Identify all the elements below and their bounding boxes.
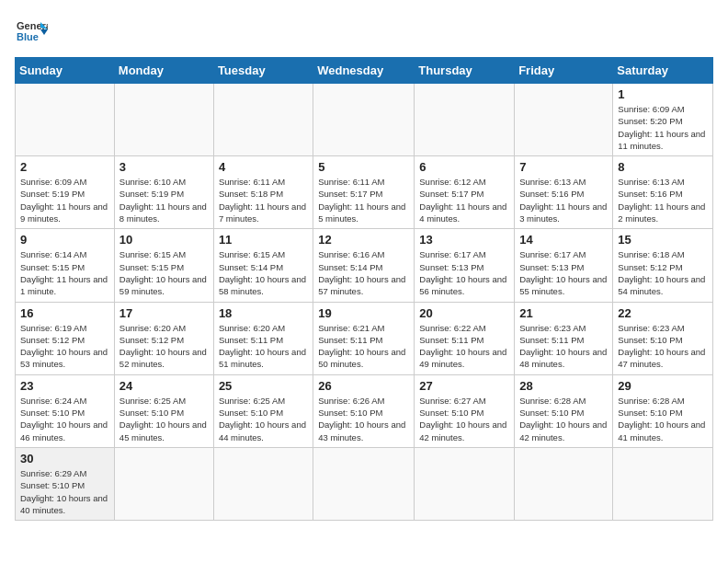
calendar-cell: 7Sunrise: 6:13 AM Sunset: 5:16 PM Daylig… bbox=[515, 156, 613, 229]
calendar-cell: 3Sunrise: 6:10 AM Sunset: 5:19 PM Daylig… bbox=[114, 156, 213, 229]
day-number: 29 bbox=[618, 379, 708, 393]
calendar-cell: 12Sunrise: 6:16 AM Sunset: 5:14 PM Dayli… bbox=[313, 229, 415, 302]
day-info: Sunrise: 6:27 AM Sunset: 5:10 PM Dayligh… bbox=[419, 395, 509, 443]
day-number: 21 bbox=[519, 306, 608, 320]
calendar-cell: 24Sunrise: 6:25 AM Sunset: 5:10 PM Dayli… bbox=[114, 374, 213, 447]
calendar-cell: 4Sunrise: 6:11 AM Sunset: 5:18 PM Daylig… bbox=[213, 156, 313, 229]
calendar-cell bbox=[313, 447, 415, 520]
day-info: Sunrise: 6:25 AM Sunset: 5:10 PM Dayligh… bbox=[119, 395, 209, 443]
day-number: 22 bbox=[618, 306, 708, 320]
day-number: 15 bbox=[618, 233, 708, 247]
header-friday: Friday bbox=[515, 58, 613, 84]
calendar-cell bbox=[313, 84, 415, 156]
calendar-cell: 27Sunrise: 6:27 AM Sunset: 5:10 PM Dayli… bbox=[415, 374, 515, 447]
calendar-cell: 2Sunrise: 6:09 AM Sunset: 5:19 PM Daylig… bbox=[16, 156, 115, 229]
day-number: 1 bbox=[618, 87, 708, 101]
calendar-cell bbox=[613, 447, 713, 520]
day-info: Sunrise: 6:14 AM Sunset: 5:15 PM Dayligh… bbox=[20, 248, 109, 297]
day-info: Sunrise: 6:09 AM Sunset: 5:20 PM Dayligh… bbox=[618, 103, 708, 152]
day-info: Sunrise: 6:15 AM Sunset: 5:14 PM Dayligh… bbox=[219, 248, 308, 297]
day-number: 26 bbox=[318, 379, 409, 393]
calendar-week-2: 9Sunrise: 6:14 AM Sunset: 5:15 PM Daylig… bbox=[16, 229, 713, 302]
day-info: Sunrise: 6:15 AM Sunset: 5:15 PM Dayligh… bbox=[119, 248, 209, 297]
calendar-cell bbox=[213, 447, 313, 520]
calendar-table: SundayMondayTuesdayWednesdayThursdayFrid… bbox=[15, 57, 713, 521]
calendar-cell: 8Sunrise: 6:13 AM Sunset: 5:16 PM Daylig… bbox=[613, 156, 713, 229]
header-monday: Monday bbox=[114, 58, 213, 84]
calendar-cell: 28Sunrise: 6:28 AM Sunset: 5:10 PM Dayli… bbox=[515, 374, 613, 447]
calendar-cell: 22Sunrise: 6:23 AM Sunset: 5:10 PM Dayli… bbox=[613, 302, 713, 374]
day-number: 17 bbox=[119, 306, 209, 320]
header-saturday: Saturday bbox=[613, 58, 713, 84]
calendar-cell: 19Sunrise: 6:21 AM Sunset: 5:11 PM Dayli… bbox=[313, 302, 415, 374]
day-info: Sunrise: 6:16 AM Sunset: 5:14 PM Dayligh… bbox=[318, 248, 409, 297]
day-info: Sunrise: 6:23 AM Sunset: 5:10 PM Dayligh… bbox=[618, 322, 708, 371]
calendar-cell bbox=[114, 447, 213, 520]
day-info: Sunrise: 6:22 AM Sunset: 5:11 PM Dayligh… bbox=[419, 322, 509, 371]
calendar-cell: 18Sunrise: 6:20 AM Sunset: 5:11 PM Dayli… bbox=[213, 302, 313, 374]
calendar-cell: 1Sunrise: 6:09 AM Sunset: 5:20 PM Daylig… bbox=[613, 84, 713, 156]
header-sunday: Sunday bbox=[16, 58, 115, 84]
calendar-cell: 14Sunrise: 6:17 AM Sunset: 5:13 PM Dayli… bbox=[515, 229, 613, 302]
calendar-cell: 11Sunrise: 6:15 AM Sunset: 5:14 PM Dayli… bbox=[213, 229, 313, 302]
day-info: Sunrise: 6:28 AM Sunset: 5:10 PM Dayligh… bbox=[519, 395, 608, 443]
header-tuesday: Tuesday bbox=[213, 58, 313, 84]
logo: General Blue bbox=[15, 15, 48, 48]
day-info: Sunrise: 6:20 AM Sunset: 5:11 PM Dayligh… bbox=[219, 322, 308, 371]
calendar-cell bbox=[415, 84, 515, 156]
day-info: Sunrise: 6:13 AM Sunset: 5:16 PM Dayligh… bbox=[618, 176, 708, 224]
day-number: 28 bbox=[519, 379, 608, 393]
calendar-week-0: 1Sunrise: 6:09 AM Sunset: 5:20 PM Daylig… bbox=[16, 84, 713, 156]
day-number: 7 bbox=[519, 160, 608, 174]
calendar-cell: 15Sunrise: 6:18 AM Sunset: 5:12 PM Dayli… bbox=[613, 229, 713, 302]
header-wednesday: Wednesday bbox=[313, 58, 415, 84]
day-number: 5 bbox=[318, 160, 409, 174]
calendar-cell: 29Sunrise: 6:28 AM Sunset: 5:10 PM Dayli… bbox=[613, 374, 713, 447]
calendar-cell: 23Sunrise: 6:24 AM Sunset: 5:10 PM Dayli… bbox=[16, 374, 115, 447]
calendar-cell: 5Sunrise: 6:11 AM Sunset: 5:17 PM Daylig… bbox=[313, 156, 415, 229]
day-number: 18 bbox=[219, 306, 308, 320]
day-info: Sunrise: 6:17 AM Sunset: 5:13 PM Dayligh… bbox=[419, 248, 509, 297]
calendar-week-5: 30Sunrise: 6:29 AM Sunset: 5:10 PM Dayli… bbox=[16, 447, 713, 520]
day-info: Sunrise: 6:25 AM Sunset: 5:10 PM Dayligh… bbox=[219, 395, 308, 443]
day-number: 13 bbox=[419, 233, 509, 247]
day-info: Sunrise: 6:28 AM Sunset: 5:10 PM Dayligh… bbox=[618, 395, 708, 443]
day-info: Sunrise: 6:20 AM Sunset: 5:12 PM Dayligh… bbox=[119, 322, 209, 371]
day-info: Sunrise: 6:23 AM Sunset: 5:11 PM Dayligh… bbox=[519, 322, 608, 371]
calendar-header-row: SundayMondayTuesdayWednesdayThursdayFrid… bbox=[16, 58, 713, 84]
day-info: Sunrise: 6:21 AM Sunset: 5:11 PM Dayligh… bbox=[318, 322, 409, 371]
calendar-cell: 20Sunrise: 6:22 AM Sunset: 5:11 PM Dayli… bbox=[415, 302, 515, 374]
day-info: Sunrise: 6:09 AM Sunset: 5:19 PM Dayligh… bbox=[20, 176, 109, 224]
day-info: Sunrise: 6:10 AM Sunset: 5:19 PM Dayligh… bbox=[119, 176, 209, 224]
calendar-cell: 10Sunrise: 6:15 AM Sunset: 5:15 PM Dayli… bbox=[114, 229, 213, 302]
calendar-cell: 26Sunrise: 6:26 AM Sunset: 5:10 PM Dayli… bbox=[313, 374, 415, 447]
day-number: 20 bbox=[419, 306, 509, 320]
day-number: 11 bbox=[219, 233, 308, 247]
day-info: Sunrise: 6:11 AM Sunset: 5:17 PM Dayligh… bbox=[318, 176, 409, 224]
calendar-cell: 6Sunrise: 6:12 AM Sunset: 5:17 PM Daylig… bbox=[415, 156, 515, 229]
calendar-cell bbox=[213, 84, 313, 156]
day-number: 2 bbox=[20, 160, 109, 174]
day-number: 27 bbox=[419, 379, 509, 393]
day-info: Sunrise: 6:12 AM Sunset: 5:17 PM Dayligh… bbox=[419, 176, 509, 224]
logo-icon: General Blue bbox=[15, 15, 48, 48]
header: General Blue bbox=[15, 15, 713, 48]
calendar-cell: 13Sunrise: 6:17 AM Sunset: 5:13 PM Dayli… bbox=[415, 229, 515, 302]
day-info: Sunrise: 6:29 AM Sunset: 5:10 PM Dayligh… bbox=[20, 467, 109, 516]
day-number: 16 bbox=[20, 306, 109, 320]
calendar-cell: 25Sunrise: 6:25 AM Sunset: 5:10 PM Dayli… bbox=[213, 374, 313, 447]
calendar-cell bbox=[515, 447, 613, 520]
day-info: Sunrise: 6:17 AM Sunset: 5:13 PM Dayligh… bbox=[519, 248, 608, 297]
svg-marker-3 bbox=[40, 29, 48, 35]
day-number: 9 bbox=[20, 233, 109, 247]
day-number: 3 bbox=[119, 160, 209, 174]
day-info: Sunrise: 6:24 AM Sunset: 5:10 PM Dayligh… bbox=[20, 395, 109, 443]
day-info: Sunrise: 6:26 AM Sunset: 5:10 PM Dayligh… bbox=[318, 395, 409, 443]
calendar-cell: 30Sunrise: 6:29 AM Sunset: 5:10 PM Dayli… bbox=[16, 447, 115, 520]
day-number: 24 bbox=[119, 379, 209, 393]
svg-text:Blue: Blue bbox=[17, 31, 39, 42]
day-number: 6 bbox=[419, 160, 509, 174]
calendar-cell bbox=[16, 84, 115, 156]
calendar-week-3: 16Sunrise: 6:19 AM Sunset: 5:12 PM Dayli… bbox=[16, 302, 713, 374]
day-number: 14 bbox=[519, 233, 608, 247]
